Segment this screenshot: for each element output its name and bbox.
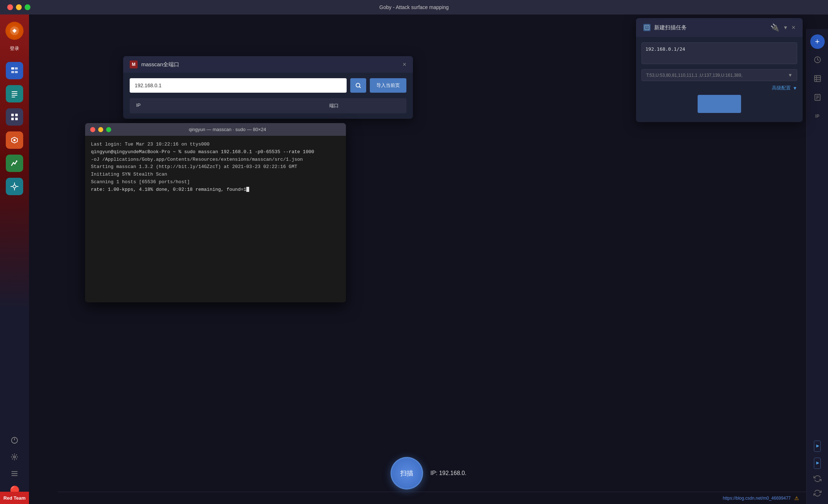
masscan-header: M masscan全端口 ×	[123, 56, 413, 73]
scan-task-header: 新建扫描任务 🔌 ▼ ×	[636, 18, 803, 37]
svg-rect-9	[12, 97, 15, 97]
masscan-title-text: masscan全端口	[141, 61, 179, 68]
clock-icon[interactable]	[810, 52, 825, 68]
svg-rect-4	[11, 71, 14, 73]
minimize-button[interactable]	[16, 4, 22, 10]
advanced-config-label: 高级配置	[772, 85, 791, 91]
advanced-config-btn[interactable]: 高级配置 ▼	[641, 85, 797, 91]
red-team-badge: Red Team	[0, 492, 29, 504]
masscan-col-ip-label: IP	[136, 102, 268, 109]
svg-rect-11	[15, 114, 18, 116]
masscan-col-port-label: 端口	[268, 102, 400, 109]
sidebar-item-grid[interactable]	[6, 108, 23, 126]
advanced-config-arrow-icon: ▼	[793, 85, 797, 91]
expand-icon[interactable]: ▼	[783, 25, 788, 30]
power-icon-btn[interactable]	[8, 434, 21, 447]
terminal-line-4: Starting masscan 1.3.2 (http://bit.ly/14…	[91, 163, 340, 171]
svg-point-1	[13, 30, 16, 32]
scan-task-icon	[643, 24, 651, 31]
bottom-bar: https://blog.csdn.net/m0_46699477 ⚠	[58, 492, 828, 504]
add-button[interactable]: +	[810, 34, 825, 49]
sidebar-item-chart[interactable]	[6, 155, 23, 172]
svg-point-14	[13, 139, 16, 141]
svg-rect-7	[12, 93, 17, 94]
masscan-dialog: M masscan全端口 × 192.168.0.1 导入当前页	[123, 56, 413, 119]
svg-point-15	[16, 160, 17, 162]
terminal-line-7: rate: 1.00-kpps, 4.18% done, 0:02:18 rem…	[91, 186, 340, 194]
scan-task-title-text: 新建扫描任务	[654, 24, 687, 31]
refresh-icon[interactable]	[814, 475, 821, 483]
svg-rect-3	[15, 67, 18, 70]
sidebar-item-network[interactable]	[6, 62, 23, 79]
bottom-warning-icon: ⚠	[794, 495, 799, 501]
sidebar-bottom: 🔴	[8, 434, 21, 497]
scan-task-close-button[interactable]: ×	[791, 24, 795, 32]
terminal-header: qingyun — masscan · sudo — 80×24	[85, 123, 346, 136]
masscan-title: M masscan全端口	[130, 60, 179, 68]
table-icon[interactable]	[810, 71, 825, 87]
menu-icon-btn[interactable]	[8, 467, 21, 480]
scan-task-dialog: 新建扫描任务 🔌 ▼ × 192.168.0.1/24 T:53,U:53,80…	[636, 18, 803, 122]
svg-point-35	[356, 83, 360, 87]
masscan-ip-display: 192.168.0.1	[130, 78, 347, 93]
expand-left-icon: ◀	[815, 444, 820, 449]
svg-rect-13	[15, 118, 18, 120]
sync-icon[interactable]	[814, 489, 821, 497]
scan-ip-input[interactable]: 192.168.0.1/24	[641, 42, 797, 64]
ip-icon[interactable]: IP	[810, 108, 825, 124]
scan-dropdown[interactable]: T:53,U:53,80,81,110,111,1 ,U:137,139,U:1…	[641, 69, 797, 81]
terminal-window: qingyun — masscan · sudo — 80×24 Last lo…	[85, 123, 346, 302]
scan-dropdown-text: T:53,U:53,80,81,110,111,1 ,U:137,139,U:1…	[646, 73, 743, 78]
svg-rect-8	[12, 95, 17, 96]
svg-line-36	[359, 87, 360, 88]
maximize-button[interactable]	[25, 4, 30, 10]
svg-point-19	[13, 456, 16, 458]
terminal-maximize-button[interactable]	[106, 127, 111, 132]
scan-task-body: 192.168.0.1/24 T:53,U:53,80,81,110,111,1…	[636, 37, 803, 122]
svg-point-16	[13, 185, 16, 188]
svg-rect-12	[11, 118, 14, 120]
title-bar-controls	[7, 4, 30, 10]
svg-rect-27	[814, 76, 820, 82]
login-label[interactable]: 登录	[10, 45, 19, 52]
terminal-line-6: Scanning 1 hosts [65536 ports/host]	[91, 178, 340, 186]
scan-circle-button[interactable]: 扫描	[390, 457, 423, 490]
scan-button-area: 扫描 IP: 192.168.0.	[390, 457, 467, 490]
masscan-search-row: 192.168.0.1 导入当前页	[130, 78, 406, 93]
masscan-close-button[interactable]: ×	[402, 61, 406, 68]
bottom-link[interactable]: https://blog.csdn.net/m0_46699477	[723, 496, 791, 501]
expand-left-btn[interactable]: ◀	[814, 441, 821, 452]
svg-rect-6	[12, 91, 17, 92]
main-layout: 登录	[0, 14, 828, 504]
terminal-line-5: Initiating SYN Stealth Scan	[91, 171, 340, 178]
sidebar-item-list[interactable]	[6, 85, 23, 102]
terminal-minimize-button[interactable]	[98, 127, 103, 132]
scan-preview-box	[698, 95, 741, 113]
close-button[interactable]	[7, 4, 13, 10]
masscan-body: 192.168.0.1 导入当前页 IP 端口	[123, 73, 413, 119]
notes-icon[interactable]	[810, 89, 825, 105]
logo-button[interactable]	[5, 22, 24, 40]
scan-task-title: 新建扫描任务	[643, 24, 687, 31]
sidebar: 登录	[0, 14, 29, 504]
plugin-status-icon: 🔌	[770, 23, 779, 32]
sidebar-item-plugin[interactable]	[6, 178, 23, 195]
masscan-import-button[interactable]: 导入当前页	[370, 78, 406, 93]
scan-ip-label: IP: 192.168.0.	[430, 470, 467, 476]
dropdown-arrow-icon: ▼	[788, 72, 793, 78]
expand-chart-btn[interactable]: ◀	[814, 458, 821, 469]
terminal-close-button[interactable]	[90, 127, 95, 132]
main-content: 新建扫描任务 🔌 ▼ × 192.168.0.1/24 T:53,U:53,80…	[29, 14, 828, 504]
title-bar: Goby - Attack surface mapping	[0, 0, 828, 14]
right-side-icons: +	[806, 29, 828, 504]
svg-rect-2	[11, 67, 14, 70]
terminal-line-2: qingyun@qingyundeMacBook-Pro ~ % sudo ma…	[91, 148, 340, 156]
masscan-search-button[interactable]	[350, 78, 366, 93]
terminal-cursor	[246, 187, 249, 192]
settings-icon-btn[interactable]	[8, 450, 21, 463]
terminal-line-1: Last login: Tue Mar 23 10:22:16 on ttys0…	[91, 141, 340, 148]
scan-row: T:53,U:53,80,81,110,111,1 ,U:137,139,U:1…	[641, 69, 797, 81]
terminal-body[interactable]: Last login: Tue Mar 23 10:22:16 on ttys0…	[85, 136, 346, 302]
sidebar-item-scan[interactable]	[6, 131, 23, 149]
scan-task-controls: 🔌 ▼ ×	[770, 23, 795, 32]
